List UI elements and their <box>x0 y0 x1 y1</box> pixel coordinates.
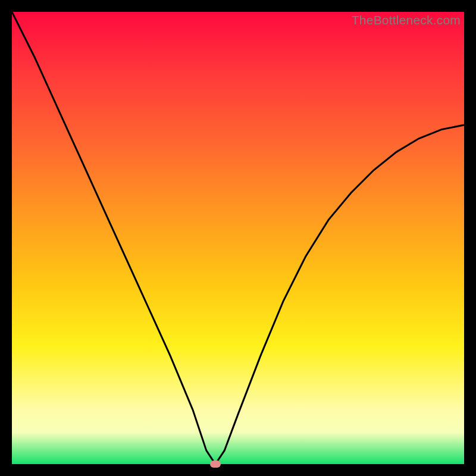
chart-frame: TheBottleneck.com <box>12 12 464 464</box>
curve-path <box>12 12 464 464</box>
bottleneck-curve <box>12 12 464 464</box>
